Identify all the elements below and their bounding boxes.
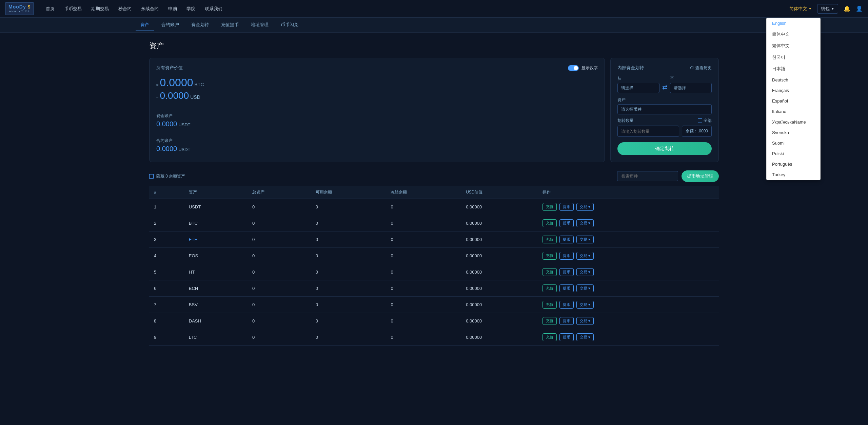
view-history-button[interactable]: ⏱ 查看历史	[690, 65, 712, 71]
table-row: 4 EOS 0 0 0 0.00000 充值 提币 交易 ▾	[149, 248, 719, 264]
tab-deposit[interactable]: 充值提币	[216, 19, 243, 31]
manage-address-button[interactable]: 提币地址管理	[682, 170, 719, 182]
table-controls: 隐藏 0 余额资产 提币地址管理	[149, 170, 719, 182]
user-avatar-icon[interactable]: 👤	[856, 5, 863, 12]
trade-button[interactable]: 交易 ▾	[576, 317, 594, 325]
lang-option-pl[interactable]: Polski	[767, 148, 820, 159]
trade-button[interactable]: 交易 ▾	[576, 203, 594, 211]
cell-frozen: 0	[386, 329, 461, 346]
withdraw-button[interactable]: 提币	[559, 268, 574, 276]
clock-icon: ⏱	[690, 66, 694, 70]
lang-option-fi[interactable]: Suomi	[767, 138, 820, 148]
nav-contact[interactable]: 联系我们	[201, 4, 226, 14]
cell-frozen: 0	[386, 199, 461, 215]
lang-option-de[interactable]: Deutsch	[767, 75, 820, 85]
trade-button[interactable]: 交易 ▾	[576, 236, 594, 243]
nav-futures[interactable]: 期期交易	[87, 4, 113, 14]
to-select[interactable]: 请选择	[670, 83, 712, 93]
withdraw-button[interactable]: 提币	[559, 236, 574, 243]
nav-spot[interactable]: 币币交易	[60, 4, 86, 14]
trade-button[interactable]: 交易 ▾	[576, 268, 594, 276]
withdraw-button[interactable]: 提币	[559, 219, 574, 227]
amount-label: 划转数量	[617, 118, 634, 124]
lang-option-zh-t[interactable]: 繁体中文	[767, 40, 820, 52]
withdraw-button[interactable]: 提币	[559, 284, 574, 292]
lang-option-en[interactable]: English	[767, 18, 820, 29]
deposit-button[interactable]: 充值	[542, 317, 557, 325]
from-select[interactable]: 请选择	[617, 83, 659, 93]
withdraw-button[interactable]: 提币	[559, 333, 574, 341]
language-button[interactable]: 简体中文 ▼	[789, 6, 812, 12]
tab-assets[interactable]: 资产	[136, 19, 154, 31]
nav-ipo[interactable]: 申购	[164, 4, 181, 14]
lang-option-sv[interactable]: Svenska	[767, 127, 820, 138]
trade-button[interactable]: 交易 ▾	[576, 219, 594, 227]
tab-transfer[interactable]: 资金划转	[186, 19, 214, 31]
asset-value-card: 所有资产价值 显示数字 ≈0.0000BTC ≈0.0000USD 资金账户 0…	[149, 58, 605, 162]
lang-option-es[interactable]: Español	[767, 96, 820, 106]
deposit-button[interactable]: 充值	[542, 219, 557, 227]
nav-academy[interactable]: 学院	[182, 4, 199, 14]
lang-option-uk[interactable]: УкраїнськаName	[767, 117, 820, 127]
trade-button[interactable]: 交易 ▾	[576, 252, 594, 260]
trade-button[interactable]: 交易 ▾	[576, 333, 594, 341]
cell-asset: HT	[184, 264, 248, 280]
wallet-button[interactable]: 钱包 ▼	[817, 4, 838, 14]
withdraw-button[interactable]: 提币	[559, 301, 574, 309]
withdraw-button[interactable]: 提币	[559, 317, 574, 325]
deposit-button[interactable]: 充值	[542, 236, 557, 243]
all-checkbox[interactable]: 全部	[698, 118, 712, 124]
lang-option-ja[interactable]: 日本語	[767, 63, 820, 75]
nav-home[interactable]: 首页	[42, 4, 59, 14]
withdraw-button[interactable]: 提币	[559, 252, 574, 260]
deposit-button[interactable]: 充值	[542, 252, 557, 260]
col-frozen: 冻结余额	[386, 186, 461, 199]
table-row: 3 ETH 0 0 0 0.00000 充值 提币 交易 ▾	[149, 232, 719, 248]
lang-option-fr[interactable]: Français	[767, 85, 820, 96]
nav-second[interactable]: 秒合约	[114, 4, 136, 14]
lang-option-ko[interactable]: 한국어	[767, 52, 820, 63]
hide-zero-toggle[interactable]: 隐藏 0 余额资产	[149, 173, 185, 179]
deposit-button[interactable]: 充值	[542, 301, 557, 309]
asset-select[interactable]: 请选择币种	[617, 104, 712, 114]
deposit-button[interactable]: 充值	[542, 203, 557, 211]
cell-usd: 0.00000	[461, 297, 538, 313]
notification-bell-icon[interactable]: 🔔	[844, 5, 850, 12]
nav-perpetual[interactable]: 永续合约	[137, 4, 163, 14]
trade-button[interactable]: 交易 ▾	[576, 301, 594, 309]
lang-option-tr[interactable]: Turkey	[767, 169, 820, 180]
cell-num: 3	[149, 232, 184, 248]
toggle-row: 显示数字	[568, 65, 598, 71]
lang-option-zh-s[interactable]: 简体中文	[767, 29, 820, 40]
hide-zero-checkbox	[149, 174, 154, 179]
deposit-button[interactable]: 充值	[542, 284, 557, 292]
cell-num: 5	[149, 264, 184, 280]
contract-account-value: 0.0000USDT	[156, 145, 598, 153]
col-actions: 操作	[538, 186, 719, 199]
show-numbers-toggle[interactable]	[568, 65, 579, 71]
tab-address[interactable]: 地址管理	[246, 19, 273, 31]
lang-option-pt[interactable]: Português	[767, 159, 820, 169]
tab-flash[interactable]: 币币闪兑	[276, 19, 303, 31]
trade-button[interactable]: 交易 ▾	[576, 284, 594, 292]
cell-asset: BSV	[184, 297, 248, 313]
cell-actions: 充值 提币 交易 ▾	[538, 199, 719, 215]
language-dropdown: English简体中文繁体中文한국어日本語DeutschFrançaisEspa…	[766, 18, 821, 180]
deposit-button[interactable]: 充值	[542, 333, 557, 341]
table-row: 1 USDT 0 0 0 0.00000 充值 提币 交易 ▾	[149, 199, 719, 215]
balance-display: 余额：.0000	[682, 126, 712, 137]
confirm-transfer-button[interactable]: 确定划转	[617, 142, 712, 155]
fund-account-label: 资金账户	[156, 113, 598, 119]
withdraw-button[interactable]: 提币	[559, 203, 574, 211]
from-select-wrap: 从 请选择	[617, 76, 659, 93]
cell-total: 0	[248, 313, 311, 329]
amount-input[interactable]	[617, 126, 679, 137]
col-num: #	[149, 186, 184, 199]
search-input[interactable]	[617, 171, 678, 181]
cell-frozen: 0	[386, 297, 461, 313]
deposit-button[interactable]: 充值	[542, 268, 557, 276]
logo[interactable]: MooDy $ ANALYTICS	[5, 2, 34, 15]
lang-option-it[interactable]: Italiano	[767, 106, 820, 117]
swap-icon[interactable]: ⇄	[662, 84, 667, 91]
tab-contract[interactable]: 合约账户	[157, 19, 184, 31]
